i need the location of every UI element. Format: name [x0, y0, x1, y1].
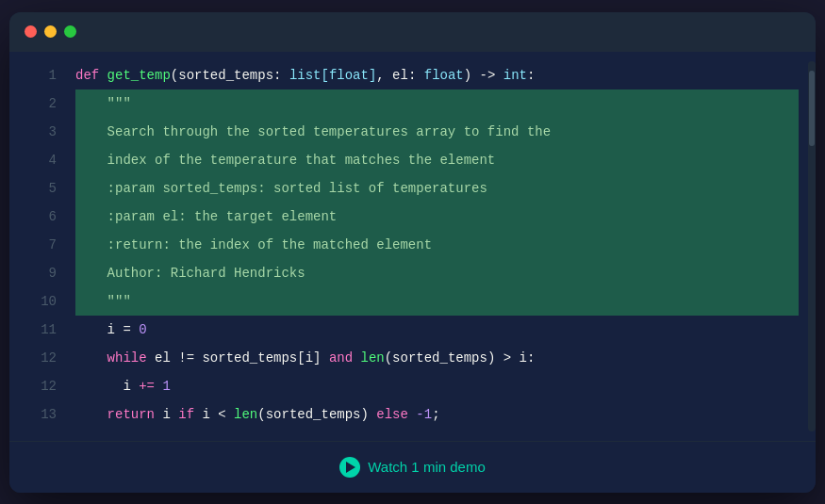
token-plain: , [376, 68, 392, 83]
token-docstring: """ [75, 294, 131, 309]
code-content: def get_temp(sorted_temps: list[float], … [66, 61, 808, 431]
token-number: 1 [162, 379, 170, 394]
token-plain: ; [432, 407, 439, 422]
code-line: :param sorted_temps: sorted list of temp… [75, 174, 799, 203]
bottom-bar: Watch 1 min demo [9, 441, 816, 493]
watch-demo-button[interactable]: Watch 1 min demo [339, 457, 486, 478]
line-number: 13 [41, 400, 57, 429]
token-plain: el [392, 68, 408, 83]
token-number: -1 [416, 407, 432, 422]
code-line: Author: Richard Hendricks [75, 259, 799, 287]
token-plain: i < [202, 407, 234, 422]
line-number: 1 [49, 61, 57, 89]
token-docstring: :return: the index of the matched elemen… [75, 237, 432, 252]
code-line: i += 1 [75, 372, 799, 400]
token-plain: (sorted_temps) [257, 407, 376, 422]
token-plain: != sorted_temps[i] [178, 350, 329, 366]
code-line: """ [75, 287, 799, 316]
token-plain: (sorted_temps) > i: [385, 350, 536, 366]
token-plain: i [75, 379, 139, 394]
title-bar [9, 12, 816, 52]
code-line: Search through the sorted temperatures a… [75, 118, 799, 146]
token-builtin: len [360, 350, 384, 366]
line-number: 2 [49, 89, 57, 118]
token-docstring: """ [75, 96, 131, 111]
token-ret-type: int [503, 68, 527, 83]
token-plain: ( [171, 68, 178, 83]
token-type: list[float] [289, 68, 376, 83]
token-docstring: index of the temperature that matches th… [75, 153, 495, 168]
token-plain: : [273, 68, 289, 83]
line-number: 5 [49, 174, 57, 203]
token-plain: el [155, 350, 178, 366]
token-plain: : [527, 68, 535, 83]
token-number: 0 [139, 322, 146, 337]
code-line: while el != sorted_temps[i] and len(sort… [75, 344, 799, 372]
line-number: 10 [41, 287, 57, 316]
scrollbar[interactable] [808, 61, 816, 431]
token-kw-return: return [75, 407, 162, 422]
token-plain: ) -> [464, 68, 503, 83]
close-dot[interactable] [25, 25, 37, 38]
code-line: :param el: the target element [75, 203, 799, 231]
code-line: index of the temperature that matches th… [75, 146, 799, 174]
token-plain: sorted_temps [178, 68, 273, 83]
code-line: """ [75, 89, 799, 118]
scrollbar-thumb [809, 71, 815, 146]
token-kw-if: if [178, 407, 202, 422]
token-kw-else: else [376, 407, 416, 422]
token-kw-def: def [75, 68, 107, 83]
line-number: 9 [49, 259, 57, 287]
line-numbers: 123456791011121213 [9, 61, 66, 431]
line-number: 11 [41, 316, 57, 344]
line-number: 12 [41, 372, 57, 400]
line-number: 3 [49, 118, 57, 146]
token-docstring: Search through the sorted temperatures a… [75, 124, 551, 139]
token-kw-while: while [75, 350, 155, 366]
token-op: += [139, 379, 155, 394]
token-docstring: :param sorted_temps: sorted list of temp… [75, 181, 487, 196]
play-triangle [346, 462, 355, 473]
watch-label: Watch 1 min demo [368, 459, 486, 475]
token-docstring: Author: Richard Hendricks [75, 266, 305, 281]
token-type: float [424, 68, 464, 83]
token-plain: i [162, 407, 178, 422]
token-docstring: :param el: the target element [75, 209, 337, 224]
token-fn-name: get_temp [107, 68, 171, 83]
line-number: 12 [41, 344, 57, 372]
token-kw-and: and [329, 350, 361, 366]
play-icon [339, 457, 360, 478]
code-line: :return: the index of the matched elemen… [75, 231, 799, 259]
minimize-dot[interactable] [44, 25, 57, 38]
token-plain: i = [75, 322, 139, 337]
code-area: 123456791011121213 def get_temp(sorted_t… [9, 52, 816, 441]
editor-window: 123456791011121213 def get_temp(sorted_t… [9, 12, 816, 493]
line-number: 6 [49, 203, 57, 231]
line-number: 7 [49, 231, 57, 259]
code-line: return i if i < len(sorted_temps) else -… [75, 400, 799, 429]
token-plain: : [408, 68, 424, 83]
maximize-dot[interactable] [64, 25, 76, 38]
code-line: def get_temp(sorted_temps: list[float], … [75, 61, 799, 89]
code-line: i = 0 [75, 316, 799, 344]
line-number: 4 [49, 146, 57, 174]
token-builtin: len [234, 407, 257, 422]
